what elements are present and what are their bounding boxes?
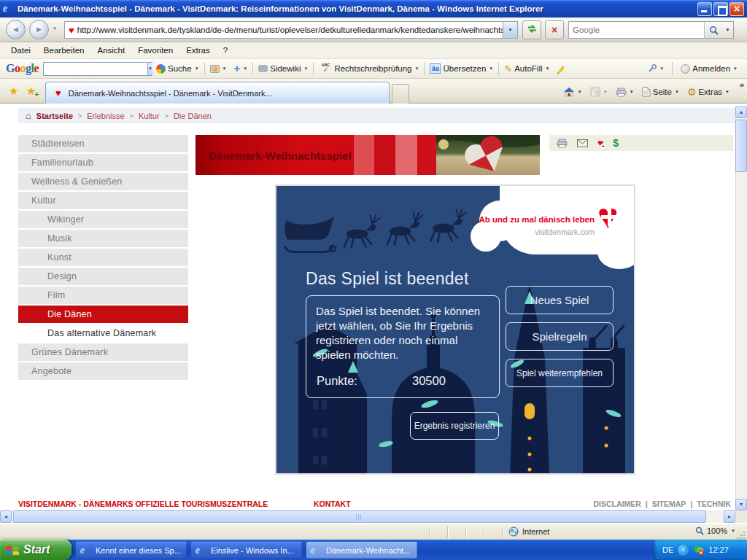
minimize-button[interactable] bbox=[697, 2, 712, 16]
sidebar-item-wikinger[interactable]: Wikinger bbox=[18, 211, 188, 228]
print-page-icon[interactable] bbox=[557, 139, 568, 148]
email-page-icon[interactable] bbox=[577, 139, 588, 147]
horizontal-scrollbar[interactable]: ◄ ► bbox=[0, 510, 735, 523]
home-button[interactable]: ▼ bbox=[560, 85, 585, 98]
sidebar-item-musik[interactable]: Musik bbox=[18, 230, 188, 247]
breadcrumb-kultur[interactable]: Kultur bbox=[139, 112, 160, 120]
sidebar-item-design[interactable]: Design bbox=[18, 268, 188, 285]
address-dropdown-icon[interactable]: ▼ bbox=[503, 22, 517, 38]
anmelden-label: Anmelden bbox=[692, 64, 730, 73]
new-game-button[interactable]: Neues Spiel bbox=[506, 286, 614, 314]
start-button[interactable]: Start bbox=[0, 540, 71, 560]
sidebar-item-kunst[interactable]: Kunst bbox=[18, 249, 188, 266]
dropdown-icon: ▼ bbox=[303, 66, 308, 71]
home-breadcrumb-icon[interactable]: ⌂ bbox=[26, 110, 31, 121]
feeds-button[interactable]: ▼ bbox=[587, 85, 611, 98]
google-search-field[interactable] bbox=[44, 63, 147, 75]
sidebar-item-staedtereisen[interactable]: Städtereisen bbox=[18, 135, 188, 152]
sidebar-item-kultur[interactable]: Kultur bbox=[18, 192, 188, 209]
new-tab-stub[interactable] bbox=[392, 84, 409, 104]
scroll-down-arrow[interactable]: ▼ bbox=[735, 499, 747, 510]
resize-grip[interactable] bbox=[738, 530, 746, 539]
spellcheck-button[interactable]: ABC Rechtschreibprüfung ▼ bbox=[315, 62, 422, 76]
currency-icon[interactable]: $ bbox=[613, 137, 619, 149]
back-button[interactable]: ◄ bbox=[6, 20, 26, 39]
sidewiki-button[interactable]: Sidewiki ▼ bbox=[255, 63, 311, 74]
translate-button[interactable]: äa Übersetzen ▼ bbox=[426, 62, 497, 75]
sidebar-item-film[interactable]: Film bbox=[18, 287, 188, 304]
google-suche-button[interactable]: Suche ▼ bbox=[152, 63, 203, 75]
sidebar-item-familienurlaub[interactable]: Familienurlaub bbox=[18, 154, 188, 171]
footer-disclaimer-link[interactable]: DISCLAIMER bbox=[593, 499, 640, 508]
zoom-dropdown-icon[interactable]: ▼ bbox=[731, 529, 735, 533]
status-bar: Internet 100% ▼ bbox=[0, 524, 747, 540]
menu-ansicht[interactable]: Ansicht bbox=[90, 44, 131, 57]
stop-button[interactable]: × bbox=[545, 20, 564, 39]
page-menu-button[interactable]: Seite ▼ bbox=[639, 85, 682, 98]
share-tool-button[interactable]: ▼ bbox=[206, 63, 231, 74]
menu-extras[interactable]: Extras bbox=[179, 44, 217, 57]
task-title: Dänemark-Weihnacht... bbox=[326, 546, 410, 555]
breadcrumb-die-daenen[interactable]: Die Dänen bbox=[174, 112, 212, 120]
vertical-scroll-thumb[interactable] bbox=[735, 120, 747, 172]
zoom-control[interactable]: 100% ▼ bbox=[695, 526, 735, 535]
vertical-scrollbar[interactable]: ▲ ▼ bbox=[735, 106, 747, 510]
restore-button[interactable] bbox=[713, 2, 728, 16]
footer-sitemap-link[interactable]: SITEMAP bbox=[652, 499, 686, 508]
speech-bubble-icon bbox=[258, 65, 268, 72]
tab-command-bar: ★ ★ ♥ Dänemark-Weihnachtsspiel - Dänemar… bbox=[0, 79, 747, 104]
google-search-dropdown-icon[interactable]: ▼ bbox=[147, 63, 152, 75]
search-dropdown-icon[interactable]: ▼ bbox=[722, 22, 733, 38]
anmelden-button[interactable]: Anmelden ▼ bbox=[677, 63, 741, 75]
favorites-star-icon[interactable]: ★ bbox=[9, 85, 18, 98]
hide-icons-chevron[interactable]: ‹ bbox=[678, 545, 689, 556]
sidebar-item-gruenes-daenemark[interactable]: Grünes Dänemark bbox=[18, 343, 188, 361]
refresh-button[interactable] bbox=[522, 20, 541, 39]
google-search-input[interactable]: ▼ bbox=[43, 62, 152, 76]
game-rules-button[interactable]: Spielregeln bbox=[506, 322, 614, 351]
sidebar-item-alternatives-daenemark[interactable]: Das alternative Dänemark bbox=[18, 324, 188, 342]
footer-technik-link[interactable]: TECHNIK bbox=[697, 499, 731, 508]
taskbar-window-3-active[interactable]: Dänemark-Weihnacht... bbox=[306, 542, 417, 559]
menu-bearbeiten[interactable]: Bearbeiten bbox=[37, 44, 91, 57]
ie-task-icon bbox=[80, 545, 92, 556]
tray-status-icon[interactable] bbox=[693, 545, 704, 556]
sidebar-item-angebote[interactable]: Angebote bbox=[18, 362, 188, 380]
register-score-button[interactable]: Ergebnis registrieren bbox=[410, 412, 499, 440]
menu-help[interactable]: ? bbox=[217, 44, 234, 57]
add-favorite-heart-icon[interactable]: ♥ bbox=[597, 138, 603, 148]
tools-menu-button[interactable]: Extras ▼ bbox=[684, 85, 732, 99]
horizontal-scroll-thumb[interactable] bbox=[13, 510, 706, 523]
menu-favoriten[interactable]: Favoriten bbox=[131, 44, 179, 57]
taskbar-window-2[interactable]: Einslive - Windows In... bbox=[191, 542, 302, 559]
add-favorite-star-icon[interactable]: ★ bbox=[26, 85, 36, 98]
footer-kontakt-link[interactable]: KONTAKT bbox=[314, 499, 351, 508]
search-box[interactable]: ▼ bbox=[568, 21, 734, 39]
url-input[interactable] bbox=[77, 23, 503, 37]
search-input[interactable] bbox=[569, 22, 704, 38]
menu-datei[interactable]: Datei bbox=[4, 44, 37, 57]
scroll-right-arrow[interactable]: ► bbox=[724, 510, 735, 523]
close-button[interactable] bbox=[729, 2, 744, 16]
breadcrumb-startseite[interactable]: Startseite bbox=[36, 112, 73, 120]
forward-button[interactable]: ► bbox=[29, 20, 49, 39]
address-bar[interactable]: ♥ ▼ bbox=[64, 21, 518, 39]
sidebar-item-die-daenen-selected[interactable]: Die Dänen bbox=[18, 306, 188, 323]
history-dropdown-icon[interactable]: ▼ bbox=[53, 26, 57, 31]
active-tab[interactable]: ♥ Dänemark-Weihnachtsspiel - Dänemark - … bbox=[45, 82, 390, 104]
sidebar-item-wellness[interactable]: Wellness & Genießen bbox=[18, 173, 188, 190]
autofill-button[interactable]: AutoFill ▼ bbox=[500, 62, 553, 76]
recommend-game-button[interactable]: Spiel weiterempfehlen bbox=[506, 359, 614, 387]
print-button[interactable]: ▼ bbox=[613, 86, 637, 98]
scroll-left-arrow[interactable]: ◄ bbox=[0, 510, 12, 523]
language-indicator[interactable]: DE bbox=[662, 545, 673, 554]
taskbar-window-1[interactable]: Kennt einer dieses Sp... bbox=[76, 542, 187, 559]
breadcrumb-erlebnisse[interactable]: Erlebnisse bbox=[87, 112, 124, 120]
scroll-up-arrow[interactable]: ▲ bbox=[735, 106, 747, 118]
toolbar-separator bbox=[204, 62, 205, 75]
search-go-button[interactable] bbox=[704, 22, 722, 38]
toolbar-overflow-chevron[interactable]: » bbox=[740, 80, 744, 89]
add-tool-button[interactable]: ▼ bbox=[231, 63, 252, 75]
toolbar-settings-button[interactable]: ▼ bbox=[643, 63, 667, 75]
highlighter-button[interactable] bbox=[553, 63, 570, 75]
